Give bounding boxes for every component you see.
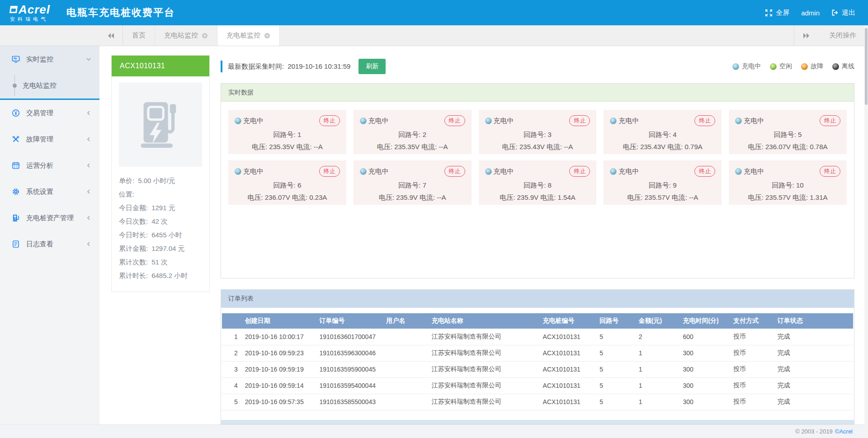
copyright-text: © 2003 - 2019 — [795, 428, 833, 435]
circuit-number: 回路号: 3 — [485, 131, 590, 139]
col-pile-no: 充电桩编号 — [540, 313, 597, 329]
stop-button[interactable]: 终止 — [820, 115, 840, 126]
circuit-number: 回路号: 7 — [360, 181, 465, 190]
circuit-number: 回路号: 2 — [360, 131, 465, 139]
vertical-scrollbar[interactable] — [864, 25, 868, 438]
chevron-left-icon — [86, 137, 91, 142]
charging-dot-icon — [732, 63, 739, 70]
sidebar-item-pile-assets[interactable]: 充电桩资产管理 — [0, 205, 99, 231]
monitor-icon — [12, 55, 20, 63]
charging-dot-icon — [485, 168, 492, 175]
status-charging: 充电中 — [735, 167, 764, 176]
stat-today-count: 今日次数:42 次 — [119, 215, 202, 228]
status-charging: 充电中 — [235, 117, 264, 125]
idle-dot-icon — [770, 63, 777, 70]
table-row[interactable]: 2 2019-10-16 09:59:231910163596300046江苏安… — [222, 345, 853, 361]
tab-close-icon[interactable] — [264, 33, 270, 39]
voltage-current: 电压: 235.57V 电流: 1.31A — [735, 193, 840, 202]
charging-dot-icon — [235, 168, 241, 175]
orders-header-row: 创建日期 订单编号 用户名 充电站名称 充电桩编号 回路号 金额(元) 充电时间… — [222, 313, 853, 329]
circuit-number: 回路号: 10 — [735, 181, 840, 190]
status-charging: 充电中 — [735, 117, 764, 125]
scrollbar-thumb[interactable] — [865, 28, 868, 105]
app-header: Acrel 安科瑞电气 电瓶车充电桩收费平台 全屏 admin 退出 — [0, 0, 868, 25]
charging-dot-icon — [735, 168, 742, 175]
refresh-button[interactable]: 刷新 — [359, 59, 386, 74]
chevron-left-icon — [86, 163, 91, 168]
stop-button[interactable]: 终止 — [319, 115, 340, 126]
legend-fault: 故障 — [801, 62, 823, 71]
circuit-number: 回路号: 4 — [610, 131, 715, 139]
stop-button[interactable]: 终止 — [569, 115, 590, 126]
circuit-card-3: 充电中终止 回路号: 3 电压: 235.43V 电流: --A — [479, 110, 597, 154]
sidebar-item-faults[interactable]: 故障管理 — [0, 126, 99, 152]
realtime-panel-title: 实时数据 — [221, 84, 854, 102]
chevron-left-icon — [86, 215, 91, 221]
log-icon — [12, 240, 20, 248]
voltage-current: 电压: 235.35V 电流: --A — [235, 143, 340, 151]
tab-close-icon[interactable] — [202, 33, 208, 39]
fault-icon — [12, 135, 20, 143]
pile-id-header: ACX1010131 — [112, 56, 209, 76]
legend-offline: 离线 — [832, 62, 854, 71]
circuit-number: 回路号: 8 — [485, 181, 590, 190]
table-row[interactable]: 1 2019-10-16 10:00:171910163601700047江苏安… — [222, 329, 853, 345]
logo-mark-icon — [9, 6, 18, 13]
tab-station-monitor[interactable]: 充电站监控 — [155, 25, 217, 46]
circuit-number: 回路号: 9 — [610, 181, 715, 190]
stop-button[interactable]: 终止 — [444, 115, 465, 126]
sidebar-item-settings[interactable]: 系统设置 — [0, 179, 99, 205]
circuit-number: 回路号: 6 — [235, 181, 340, 190]
charging-dot-icon — [235, 118, 241, 124]
status-charging: 充电中 — [235, 167, 264, 176]
analysis-icon — [12, 161, 20, 170]
fault-dot-icon — [801, 63, 808, 70]
sidebar-item-transactions[interactable]: 交易管理 — [0, 100, 99, 126]
main-content: ACX1010131 单价:5.00 小时/元 位置: 今日金额:129 — [99, 46, 868, 424]
transaction-icon — [12, 109, 20, 117]
voltage-current: 电压: 235.35V 电流: --A — [360, 143, 465, 151]
tabs-scroll-right-button[interactable] — [794, 25, 817, 46]
chevron-down-icon — [86, 57, 91, 62]
tabs-scroll-left-button[interactable] — [99, 25, 123, 46]
tab-home[interactable]: 首页 — [123, 25, 155, 46]
table-row[interactable]: 3 2019-10-16 09:59:191910163595900045江苏安… — [222, 361, 853, 377]
col-order-status: 订单状态 — [775, 313, 853, 329]
stop-button[interactable]: 终止 — [694, 166, 715, 177]
fullscreen-button[interactable]: 全屏 — [765, 9, 789, 17]
circuit-number: 回路号: 1 — [235, 131, 340, 139]
legend-idle: 空闲 — [770, 62, 792, 71]
sidebar-item-station-monitor[interactable]: 充电站监控 — [0, 72, 99, 99]
logout-button[interactable]: 退出 — [831, 9, 855, 17]
stop-button[interactable]: 终止 — [820, 166, 840, 177]
user-menu[interactable]: admin — [801, 9, 820, 17]
col-station-name: 充电站名称 — [429, 313, 540, 329]
offline-dot-icon — [832, 63, 839, 70]
brand-link[interactable]: ©Acrel — [835, 428, 853, 435]
voltage-current: 电压: 236.07V 电流: 0.23A — [235, 193, 340, 202]
stop-button[interactable]: 终止 — [319, 166, 340, 177]
logo-text: Acrel — [19, 4, 50, 15]
stop-button[interactable]: 终止 — [569, 166, 590, 177]
status-charging: 充电中 — [360, 117, 389, 125]
status-charging: 充电中 — [610, 117, 639, 125]
close-operations-button[interactable]: 关闭操作 — [817, 25, 868, 46]
sidebar-item-realtime-monitor[interactable]: 实时监控 — [0, 46, 99, 72]
horizontal-scrollbar[interactable] — [221, 420, 854, 424]
sidebar-item-analysis[interactable]: 运营分析 — [0, 152, 99, 179]
tab-bar: 首页 充电站监控 充电桩监控 关闭操作 — [0, 25, 868, 46]
table-row[interactable]: 4 2019-10-16 09:59:141910163595400044江苏安… — [222, 377, 853, 394]
tab-pile-monitor[interactable]: 充电桩监控 — [217, 25, 280, 46]
toolbar: 最新数据采集时间:2019-10-16 10:31:59 刷新 充电中 空闲 故… — [221, 59, 854, 74]
col-index — [222, 313, 242, 329]
stat-today-amount: 今日金额:1291 元 — [119, 201, 202, 215]
orders-table: 创建日期 订单编号 用户名 充电站名称 充电桩编号 回路号 金额(元) 充电时间… — [222, 313, 853, 410]
stop-button[interactable]: 终止 — [694, 115, 715, 126]
pile-info-card: ACX1010131 单价:5.00 小时/元 位置: 今日金额:129 — [111, 55, 210, 292]
sidebar-item-logs[interactable]: 日志查看 — [0, 231, 99, 257]
stop-button[interactable]: 终止 — [444, 166, 465, 177]
charging-dot-icon — [360, 168, 367, 175]
logout-icon — [831, 9, 839, 16]
table-row[interactable]: 5 2019-10-16 09:57:351910163585500043江苏安… — [222, 394, 853, 410]
charging-dot-icon — [485, 118, 492, 124]
